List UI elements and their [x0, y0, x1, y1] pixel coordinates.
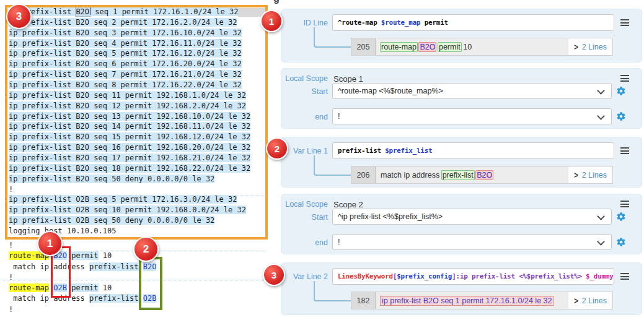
- var-line-1-label: Var Line 1: [281, 147, 328, 155]
- gear-icon[interactable]: [616, 212, 626, 222]
- config-line[interactable]: ip prefix-list B2O seq 15 permit 192.168…: [9, 132, 266, 142]
- config-line[interactable]: ip prefix-list B2O seq 18 permit 192.168…: [9, 163, 266, 174]
- chevron-down-icon: [597, 238, 605, 246]
- chevron-right-icon: >: [574, 296, 578, 306]
- text-segment: ip prefix-list O2B seq 10 permit 192.168…: [9, 205, 246, 214]
- text-segment: B2O: [419, 43, 436, 51]
- config-line[interactable]: !: [9, 184, 266, 195]
- text-segment: ip prefix-list B2O seq 6 permit 172.16.2…: [9, 59, 242, 68]
- scope-end-value: !: [338, 112, 340, 121]
- matched-line-text: match ip address prefix-list B2O: [376, 166, 568, 183]
- chevron-right-icon: >: [574, 170, 578, 180]
- scope-end-dropdown[interactable]: !: [332, 234, 612, 250]
- text-segment: ip prefix-list B2O seq 50 deny 0.0.0.0/0…: [9, 175, 214, 183]
- config-line[interactable]: ip prefix-list B2O seq 2 permit 172.16.2…: [9, 17, 266, 28]
- config-line[interactable]: ip prefix-list B2O seq 7 permit 172.16.2…: [9, 69, 266, 80]
- text-segment: seq 1 permit 172.16.1.0/24 le 32: [90, 7, 238, 16]
- matched-line-row: 182 ip prefix-list B2O seq 1 permit 172.…: [351, 292, 613, 309]
- expand-lines-link[interactable]: > 2 Lines: [568, 292, 612, 309]
- text-segment: ip prefix-list B2O seq 5 permit 172.16.1…: [9, 49, 242, 58]
- chevron-right-icon: >: [574, 42, 578, 52]
- text-segment: ip prefix-list B2O seq 14 permit 192.168…: [9, 122, 250, 131]
- scope-start-value: ^ip prefix-list <%$prefix_list%>: [338, 212, 443, 221]
- menu-icon[interactable]: [620, 273, 629, 280]
- config-line[interactable]: ip prefix-list O2B seq 5 permit 172.16.3…: [9, 194, 266, 205]
- text-segment: permit: [71, 251, 98, 260]
- text-segment: prefix-list: [442, 171, 474, 179]
- text-segment: ip prefix-list B2O seq 12 permit 192.168…: [9, 102, 246, 110]
- config-line[interactable]: ip prefix-list B2O seq 13 permit 192.168…: [9, 111, 266, 122]
- menu-icon[interactable]: [620, 147, 629, 154]
- callout-badge-3: 3: [263, 264, 285, 286]
- line-number: 205: [351, 38, 376, 55]
- text-segment: ip prefix-list B2O seq 16 permit 192.168…: [9, 143, 250, 152]
- text-segment: permit: [420, 19, 448, 27]
- config-line[interactable]: ip prefix-list O2B seq 50 deny 0.0.0.0/0…: [9, 215, 266, 226]
- config-line[interactable]: ip prefix-list B2O seq 8 permit 172.16.2…: [9, 80, 266, 90]
- text-segment: logging host 10.10.0.105: [9, 227, 116, 235]
- config-line[interactable]: ip prefix-list B2O seq 17 permit 192.168…: [9, 153, 266, 163]
- config-line[interactable]: ip prefix-list B2O seq 12 permit 192.168…: [9, 101, 266, 111]
- config-line[interactable]: !: [9, 272, 156, 283]
- menu-icon[interactable]: [620, 19, 629, 26]
- matched-line-row: 205 route-map B2O permit 10 > 2 Lines: [351, 38, 613, 56]
- config-line[interactable]: ip prefix-list O2B seq 10 permit 192.168…: [9, 205, 266, 215]
- expand-lines-link[interactable]: > 2 Lines: [568, 38, 612, 55]
- gear-icon[interactable]: [616, 111, 626, 121]
- text-segment: route-map: [381, 43, 417, 51]
- callout-badge-2: 2: [133, 236, 159, 262]
- gear-icon[interactable]: [616, 86, 626, 96]
- id-line-panel: ID Line ^route-map $route_map permit 205…: [281, 9, 642, 63]
- config-line[interactable]: ip prefix-list B2O seq 1 permit 172.16.1…: [9, 7, 266, 17]
- text-segment: ip prefix-list B2O seq 7 permit 172.16.2…: [9, 70, 242, 79]
- id-line-pattern-input[interactable]: ^route-map $route_map permit: [332, 14, 614, 31]
- config-line[interactable]: match ip address prefix-list O2B: [9, 293, 156, 304]
- menu-icon[interactable]: [620, 201, 629, 207]
- cropped-page-title: g: [273, 0, 280, 4]
- config-line[interactable]: ip prefix-list B2O seq 3 permit 172.16.1…: [9, 28, 266, 38]
- config-text-selected[interactable]: ip prefix-list B2O seq 1 permit 172.16.1…: [9, 7, 266, 236]
- config-line[interactable]: ip prefix-list B2O seq 50 deny 0.0.0.0/0…: [9, 174, 266, 184]
- lines-count-label: 2 Lines: [582, 171, 607, 179]
- callout-badge-2: 2: [266, 137, 288, 160]
- chevron-down-icon: [597, 212, 605, 220]
- callout-badge-3: 3: [6, 4, 32, 29]
- config-line[interactable]: ip prefix-list B2O seq 14 permit 192.168…: [9, 121, 266, 132]
- config-line[interactable]: match ip address prefix-list B2O: [9, 262, 156, 272]
- text-segment: B2O: [476, 171, 493, 179]
- end-label: end: [281, 113, 328, 121]
- text-segment: B2O: [76, 7, 90, 16]
- config-line[interactable]: ip prefix-list B2O seq 5 permit 172.16.1…: [9, 48, 266, 59]
- text-segment: $prefix_config: [397, 272, 452, 280]
- config-line[interactable]: !: [9, 305, 156, 315]
- end-label: end: [281, 238, 328, 247]
- config-line[interactable]: route-map O2B permit 10: [9, 283, 156, 293]
- menu-icon[interactable]: [620, 75, 629, 82]
- config-line[interactable]: ip prefix-list B2O seq 6 permit 172.16.2…: [9, 59, 266, 69]
- config-line[interactable]: ip prefix-list B2O seq 16 permit 192.168…: [9, 142, 266, 153]
- matched-line-row: 206 match ip address prefix-list B2O > 2…: [351, 166, 613, 184]
- scope-start-dropdown[interactable]: ^route-map <%$route_map%>: [332, 83, 612, 99]
- text-segment: route-map: [9, 283, 49, 292]
- scope-end-dropdown[interactable]: !: [332, 108, 612, 124]
- start-label: Start: [281, 87, 328, 96]
- scope-start-value: ^route-map <%$route_map%>: [338, 87, 443, 95]
- text-segment: match ip address: [9, 294, 89, 303]
- text-segment: prefix-list: [89, 294, 138, 303]
- var-line-2-pattern-input[interactable]: LinesByKeyword[$prefix_config]:ip prefix…: [332, 268, 614, 285]
- scope-start-dropdown[interactable]: ^ip prefix-list <%$prefix_list%>: [332, 209, 612, 225]
- callout-badge-1: 1: [37, 231, 63, 256]
- matched-line-text: route-map B2O permit 10: [376, 38, 568, 55]
- local-scope-label: Local Scope: [281, 200, 328, 209]
- text-segment: !: [9, 273, 13, 282]
- text-segment: prefix-list: [89, 262, 138, 271]
- text-segment: ip prefix-list B2O seq 4 permit 172.16.1…: [9, 39, 242, 48]
- gear-icon[interactable]: [616, 237, 626, 247]
- expand-lines-link[interactable]: > 2 Lines: [568, 166, 612, 183]
- text-segment: ^route-map: [338, 19, 381, 27]
- text-segment: 10: [99, 251, 112, 260]
- config-line[interactable]: ip prefix-list B2O seq 11 permit 192.168…: [9, 90, 266, 101]
- config-line[interactable]: ip prefix-list B2O seq 4 permit 172.16.1…: [9, 38, 266, 49]
- var-line-1-pattern-input[interactable]: prefix-list $prefix_list: [332, 142, 614, 159]
- text-segment: !: [9, 241, 13, 249]
